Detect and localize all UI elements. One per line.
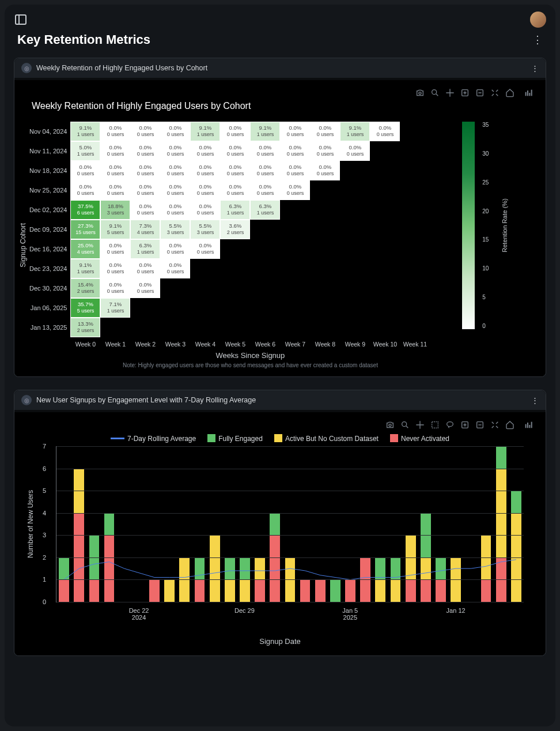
heatmap-cell[interactable]: 0.0%0 users (250, 161, 280, 180)
panel2-more-button[interactable]: ⋮ (531, 396, 539, 405)
heatmap-cell[interactable]: 0.0%0 users (160, 161, 190, 180)
heatmap-cell[interactable]: 27.3%15 users (70, 220, 100, 239)
heatmap-cell[interactable]: 6.3%1 users (130, 239, 160, 259)
zoom-out-icon[interactable] (475, 420, 485, 429)
bar-column[interactable] (298, 446, 313, 602)
bar-column[interactable] (237, 446, 252, 602)
bar-column[interactable] (494, 446, 509, 602)
heatmap-cell[interactable]: 0.0%0 users (310, 161, 340, 180)
heatmap-cell[interactable]: 0.0%0 users (130, 200, 160, 220)
heatmap-cell[interactable]: 0.0%0 users (220, 161, 250, 180)
heatmap-cell[interactable]: 0.0%0 users (130, 141, 160, 161)
avatar[interactable] (530, 12, 546, 28)
home-icon[interactable] (505, 88, 514, 97)
plotly-logo-icon[interactable] (524, 88, 533, 97)
bar-column[interactable] (222, 446, 237, 602)
heatmap-cell[interactable]: 0.0%0 users (130, 180, 160, 200)
heatmap-cell[interactable]: 5.5%3 users (190, 220, 220, 239)
bar-column[interactable] (403, 446, 418, 602)
bar-column[interactable] (463, 446, 478, 602)
bar-column[interactable] (132, 446, 147, 602)
heatmap-cell[interactable]: 0.0%0 users (100, 161, 130, 180)
heatmap-cell[interactable]: 0.0%0 users (100, 141, 130, 161)
heatmap-cell[interactable]: 9.1%1 users (190, 122, 220, 141)
heatmap-cell[interactable]: 0.0%0 users (100, 259, 130, 278)
bar-column[interactable] (313, 446, 328, 602)
zoom-out-icon[interactable] (475, 88, 485, 97)
bar-column[interactable] (192, 446, 207, 602)
heatmap-cell[interactable]: 0.0%0 users (160, 239, 190, 259)
bar-column[interactable] (509, 446, 524, 602)
heatmap-cell[interactable]: 18.8%3 users (100, 200, 130, 220)
heatmap-cell[interactable]: 0.0%0 users (160, 141, 190, 161)
heatmap-cell[interactable]: 13.3%2 users (70, 318, 100, 337)
bar-column[interactable] (86, 446, 101, 602)
legend-item-rolling[interactable]: 7-Day Rolling Average (111, 435, 196, 443)
bar-column[interactable] (343, 446, 358, 602)
heatmap-cell[interactable]: 0.0%0 users (310, 141, 340, 161)
autoscale-icon[interactable] (490, 88, 500, 97)
bar-column[interactable] (56, 446, 71, 602)
heatmap-cell[interactable]: 0.0%0 users (100, 180, 130, 200)
bar-column[interactable] (282, 446, 297, 602)
bar-column[interactable] (478, 446, 493, 602)
heatmap-cell[interactable]: 0.0%0 users (190, 200, 220, 220)
bar-column[interactable] (433, 446, 448, 602)
bar-column[interactable] (71, 446, 86, 602)
heatmap-cell[interactable]: 0.0%0 users (100, 278, 130, 298)
heatmap-cell[interactable]: 0.0%0 users (70, 161, 100, 180)
heatmap-cell[interactable]: 6.3%1 users (250, 200, 280, 220)
zoom-in-icon[interactable] (460, 420, 470, 429)
legend-item-never[interactable]: Never Activated (390, 434, 449, 443)
bar-column[interactable] (101, 446, 116, 602)
heatmap-cell[interactable]: 3.6%2 users (220, 220, 250, 239)
heatmap-cell[interactable]: 0.0%0 users (220, 180, 250, 200)
heatmap-cell[interactable]: 0.0%0 users (100, 122, 130, 141)
heatmap-cell[interactable]: 6.3%1 users (220, 200, 250, 220)
legend-item-fully-engaged[interactable]: Fully Engaged (207, 434, 263, 443)
heatmap-cell[interactable]: 9.1%5 users (100, 220, 130, 239)
heatmap-cell[interactable]: 5.0%1 users (70, 141, 100, 161)
heatmap-cell[interactable]: 0.0%0 users (220, 122, 250, 141)
camera-icon[interactable] (415, 88, 425, 97)
heatmap-cell[interactable]: 0.0%0 users (220, 141, 250, 161)
heatmap-cell[interactable]: 0.0%0 users (280, 161, 310, 180)
heatmap-cell[interactable]: 25.0%4 users (70, 239, 100, 259)
heatmap-cell[interactable]: 5.5%3 users (160, 220, 190, 239)
bar-column[interactable] (418, 446, 433, 602)
zoom-icon[interactable] (400, 420, 410, 429)
heatmap-cell[interactable]: 0.0%0 users (190, 141, 220, 161)
heatmap-cell[interactable]: 0.0%0 users (250, 141, 280, 161)
autoscale-icon[interactable] (490, 420, 500, 429)
pan-icon[interactable] (445, 88, 455, 97)
zoom-in-icon[interactable] (460, 88, 470, 97)
heatmap-cell[interactable]: 15.4%2 users (70, 278, 100, 298)
lasso-icon[interactable] (445, 420, 455, 429)
bar-column[interactable] (147, 446, 162, 602)
heatmap-cell[interactable]: 0.0%0 users (190, 161, 220, 180)
bar-column[interactable] (267, 446, 282, 602)
heatmap-cell[interactable]: 0.0%0 users (130, 259, 160, 278)
heatmap-cell[interactable]: 37.5%6 users (70, 200, 100, 220)
heatmap-cell[interactable]: 0.0%0 users (130, 161, 160, 180)
heatmap-cell[interactable]: 0.0%0 users (370, 122, 400, 141)
bar-column[interactable] (177, 446, 192, 602)
heatmap-cell[interactable]: 7.1%1 users (100, 298, 130, 318)
bar-column[interactable] (117, 446, 132, 602)
heatmap-cell[interactable]: 9.1%1 users (340, 122, 370, 141)
panel1-more-button[interactable]: ⋮ (531, 64, 539, 73)
heatmap-cell[interactable]: 9.1%1 users (70, 259, 100, 278)
bar-column[interactable] (358, 446, 373, 602)
bar-column[interactable] (328, 446, 343, 602)
heatmap-cell[interactable]: 0.0%0 users (130, 122, 160, 141)
heatmap-cell[interactable]: 0.0%0 users (310, 122, 340, 141)
bar-column[interactable] (252, 446, 267, 602)
heatmap-cell[interactable]: 0.0%0 users (190, 239, 220, 259)
heatmap-cell[interactable]: 0.0%0 users (280, 122, 310, 141)
heatmap-cell[interactable]: 0.0%0 users (160, 259, 190, 278)
heatmap-cell[interactable]: 0.0%0 users (190, 180, 220, 200)
zoom-icon[interactable] (430, 88, 440, 97)
legend-item-active[interactable]: Active But No Custom Dataset (274, 434, 379, 443)
heatmap-cell[interactable]: 0.0%0 users (130, 278, 160, 298)
page-more-button[interactable]: ⋮ (532, 33, 543, 46)
